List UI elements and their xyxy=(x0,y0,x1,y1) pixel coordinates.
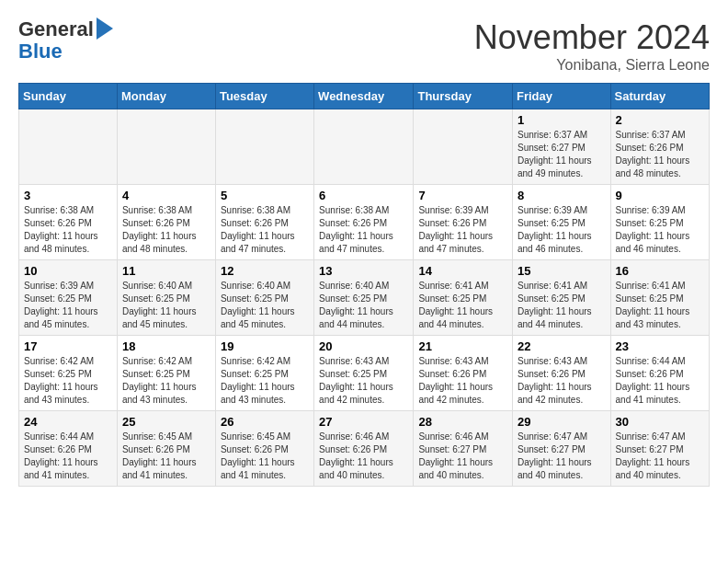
day-info: Sunrise: 6:45 AM Sunset: 6:26 PM Dayligh… xyxy=(122,431,210,482)
title-block: November 2024 Yonibana, Sierra Leone xyxy=(474,18,710,74)
calendar-cell: 26Sunrise: 6:45 AM Sunset: 6:26 PM Dayli… xyxy=(215,411,313,487)
day-number: 10 xyxy=(24,264,112,278)
day-number: 28 xyxy=(418,415,507,429)
day-info: Sunrise: 6:39 AM Sunset: 6:25 PM Dayligh… xyxy=(24,280,112,331)
day-info: Sunrise: 6:42 AM Sunset: 6:25 PM Dayligh… xyxy=(24,355,112,407)
day-info: Sunrise: 6:41 AM Sunset: 6:25 PM Dayligh… xyxy=(616,280,704,331)
calendar-week-2: 3Sunrise: 6:38 AM Sunset: 6:26 PM Daylig… xyxy=(19,185,710,260)
logo-blue-text: Blue xyxy=(18,40,63,63)
calendar-cell: 6Sunrise: 6:38 AM Sunset: 6:26 PM Daylig… xyxy=(314,185,414,260)
day-number: 21 xyxy=(418,339,507,353)
calendar-cell: 2Sunrise: 6:37 AM Sunset: 6:26 PM Daylig… xyxy=(610,109,709,185)
calendar-cell: 11Sunrise: 6:40 AM Sunset: 6:25 PM Dayli… xyxy=(117,260,215,336)
day-info: Sunrise: 6:43 AM Sunset: 6:26 PM Dayligh… xyxy=(418,355,507,407)
day-number: 12 xyxy=(221,264,309,278)
calendar-cell: 4Sunrise: 6:38 AM Sunset: 6:26 PM Daylig… xyxy=(117,185,215,260)
day-info: Sunrise: 6:47 AM Sunset: 6:27 PM Dayligh… xyxy=(518,431,606,482)
col-header-tuesday: Tuesday xyxy=(215,84,313,109)
day-info: Sunrise: 6:37 AM Sunset: 6:26 PM Dayligh… xyxy=(616,129,704,180)
page-header: General Blue November 2024 Yonibana, Sie… xyxy=(18,18,710,74)
day-number: 6 xyxy=(319,189,408,202)
logo: General Blue xyxy=(18,18,113,63)
day-info: Sunrise: 6:39 AM Sunset: 6:26 PM Dayligh… xyxy=(418,204,507,256)
calendar-cell: 22Sunrise: 6:43 AM Sunset: 6:26 PM Dayli… xyxy=(513,336,611,411)
calendar-header-row: SundayMondayTuesdayWednesdayThursdayFrid… xyxy=(19,84,710,109)
day-info: Sunrise: 6:38 AM Sunset: 6:26 PM Dayligh… xyxy=(24,204,112,256)
calendar-cell: 18Sunrise: 6:42 AM Sunset: 6:25 PM Dayli… xyxy=(117,336,215,411)
day-number: 14 xyxy=(418,264,507,278)
calendar-cell: 25Sunrise: 6:45 AM Sunset: 6:26 PM Dayli… xyxy=(117,411,215,487)
day-number: 17 xyxy=(24,339,112,353)
calendar-cell: 19Sunrise: 6:42 AM Sunset: 6:25 PM Dayli… xyxy=(215,336,313,411)
day-info: Sunrise: 6:37 AM Sunset: 6:27 PM Dayligh… xyxy=(518,129,606,180)
calendar-cell: 29Sunrise: 6:47 AM Sunset: 6:27 PM Dayli… xyxy=(513,411,611,487)
calendar-cell: 21Sunrise: 6:43 AM Sunset: 6:26 PM Dayli… xyxy=(414,336,513,411)
calendar-cell xyxy=(215,109,313,185)
day-info: Sunrise: 6:41 AM Sunset: 6:25 PM Dayligh… xyxy=(518,280,606,331)
calendar-cell: 1Sunrise: 6:37 AM Sunset: 6:27 PM Daylig… xyxy=(513,109,611,185)
calendar-cell: 30Sunrise: 6:47 AM Sunset: 6:27 PM Dayli… xyxy=(610,411,709,487)
calendar-cell: 12Sunrise: 6:40 AM Sunset: 6:25 PM Dayli… xyxy=(215,260,313,336)
day-number: 25 xyxy=(122,415,210,429)
calendar-cell: 3Sunrise: 6:38 AM Sunset: 6:26 PM Daylig… xyxy=(19,185,118,260)
location-text: Yonibana, Sierra Leone xyxy=(474,57,710,74)
calendar-cell: 15Sunrise: 6:41 AM Sunset: 6:25 PM Dayli… xyxy=(513,260,611,336)
calendar-cell: 7Sunrise: 6:39 AM Sunset: 6:26 PM Daylig… xyxy=(414,185,513,260)
day-info: Sunrise: 6:46 AM Sunset: 6:26 PM Dayligh… xyxy=(319,431,408,482)
calendar-week-1: 1Sunrise: 6:37 AM Sunset: 6:27 PM Daylig… xyxy=(19,109,710,185)
day-number: 20 xyxy=(319,339,408,353)
calendar-cell: 27Sunrise: 6:46 AM Sunset: 6:26 PM Dayli… xyxy=(314,411,414,487)
day-number: 7 xyxy=(418,189,507,202)
logo-general-text: General xyxy=(18,17,94,40)
col-header-wednesday: Wednesday xyxy=(314,84,414,109)
day-info: Sunrise: 6:47 AM Sunset: 6:27 PM Dayligh… xyxy=(616,431,704,482)
day-info: Sunrise: 6:39 AM Sunset: 6:25 PM Dayligh… xyxy=(616,204,704,256)
calendar-cell: 9Sunrise: 6:39 AM Sunset: 6:25 PM Daylig… xyxy=(610,185,709,260)
day-number: 22 xyxy=(518,339,606,353)
calendar-cell xyxy=(19,109,118,185)
day-info: Sunrise: 6:45 AM Sunset: 6:26 PM Dayligh… xyxy=(221,431,309,482)
day-number: 18 xyxy=(122,339,210,353)
calendar-cell: 20Sunrise: 6:43 AM Sunset: 6:25 PM Dayli… xyxy=(314,336,414,411)
calendar-cell: 5Sunrise: 6:38 AM Sunset: 6:26 PM Daylig… xyxy=(215,185,313,260)
day-number: 13 xyxy=(319,264,408,278)
day-number: 8 xyxy=(518,189,606,202)
col-header-sunday: Sunday xyxy=(19,84,118,109)
day-number: 23 xyxy=(616,339,704,353)
day-number: 5 xyxy=(221,189,309,202)
day-number: 29 xyxy=(518,415,606,429)
calendar-cell: 13Sunrise: 6:40 AM Sunset: 6:25 PM Dayli… xyxy=(314,260,414,336)
calendar-week-5: 24Sunrise: 6:44 AM Sunset: 6:26 PM Dayli… xyxy=(19,411,710,487)
day-info: Sunrise: 6:43 AM Sunset: 6:25 PM Dayligh… xyxy=(319,355,408,407)
day-info: Sunrise: 6:39 AM Sunset: 6:25 PM Dayligh… xyxy=(518,204,606,256)
day-info: Sunrise: 6:44 AM Sunset: 6:26 PM Dayligh… xyxy=(24,431,112,482)
day-number: 2 xyxy=(616,113,704,127)
day-number: 3 xyxy=(24,189,112,202)
calendar-cell: 17Sunrise: 6:42 AM Sunset: 6:25 PM Dayli… xyxy=(19,336,118,411)
day-number: 19 xyxy=(221,339,309,353)
day-info: Sunrise: 6:44 AM Sunset: 6:26 PM Dayligh… xyxy=(616,355,704,407)
day-info: Sunrise: 6:38 AM Sunset: 6:26 PM Dayligh… xyxy=(319,204,408,256)
day-info: Sunrise: 6:46 AM Sunset: 6:27 PM Dayligh… xyxy=(418,431,507,482)
calendar-cell xyxy=(314,109,414,185)
day-number: 30 xyxy=(616,415,704,429)
day-number: 16 xyxy=(616,264,704,278)
calendar-cell: 8Sunrise: 6:39 AM Sunset: 6:25 PM Daylig… xyxy=(513,185,611,260)
day-info: Sunrise: 6:38 AM Sunset: 6:26 PM Dayligh… xyxy=(122,204,210,256)
logo-arrow-icon xyxy=(97,17,113,40)
day-info: Sunrise: 6:42 AM Sunset: 6:25 PM Dayligh… xyxy=(221,355,309,407)
day-info: Sunrise: 6:43 AM Sunset: 6:26 PM Dayligh… xyxy=(518,355,606,407)
calendar-cell: 10Sunrise: 6:39 AM Sunset: 6:25 PM Dayli… xyxy=(19,260,118,336)
day-info: Sunrise: 6:42 AM Sunset: 6:25 PM Dayligh… xyxy=(122,355,210,407)
day-info: Sunrise: 6:40 AM Sunset: 6:25 PM Dayligh… xyxy=(221,280,309,331)
day-info: Sunrise: 6:40 AM Sunset: 6:25 PM Dayligh… xyxy=(319,280,408,331)
calendar-cell: 28Sunrise: 6:46 AM Sunset: 6:27 PM Dayli… xyxy=(414,411,513,487)
calendar-cell: 24Sunrise: 6:44 AM Sunset: 6:26 PM Dayli… xyxy=(19,411,118,487)
col-header-saturday: Saturday xyxy=(610,84,709,109)
day-info: Sunrise: 6:40 AM Sunset: 6:25 PM Dayligh… xyxy=(122,280,210,331)
day-number: 15 xyxy=(518,264,606,278)
calendar-week-4: 17Sunrise: 6:42 AM Sunset: 6:25 PM Dayli… xyxy=(19,336,710,411)
calendar-cell: 23Sunrise: 6:44 AM Sunset: 6:26 PM Dayli… xyxy=(610,336,709,411)
day-number: 1 xyxy=(518,113,606,127)
day-number: 24 xyxy=(24,415,112,429)
